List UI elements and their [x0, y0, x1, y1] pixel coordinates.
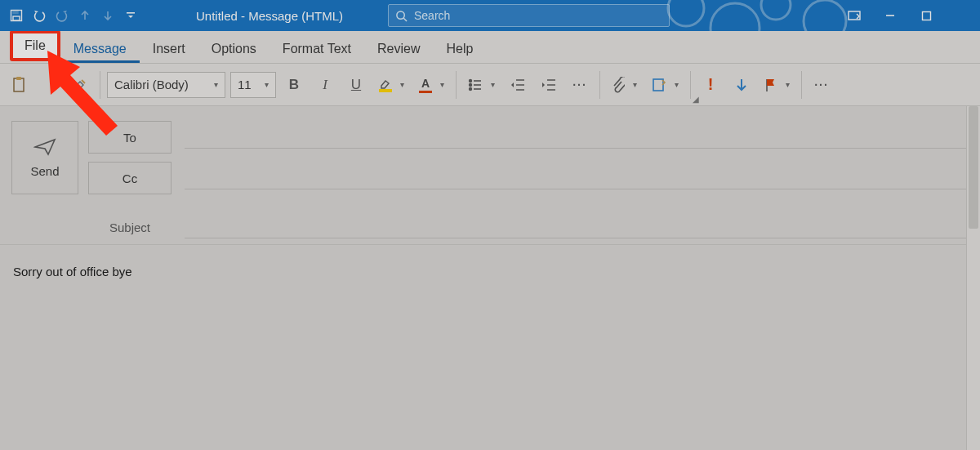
recipient-fields: To Cc Subject — [88, 121, 980, 244]
separator — [801, 71, 802, 99]
send-button[interactable]: Send — [11, 121, 78, 194]
svg-point-13 — [470, 79, 472, 82]
tab-insert[interactable]: Insert — [140, 33, 198, 63]
signature-button[interactable]: ▾ — [647, 71, 684, 99]
search-placeholder: Search — [414, 9, 450, 22]
redo-icon[interactable] — [51, 4, 74, 27]
more-formatting-button[interactable]: ··· — [567, 71, 593, 99]
svg-rect-11 — [14, 78, 24, 91]
svg-point-7 — [761, 0, 791, 20]
separator — [456, 71, 457, 99]
customize-qat-icon[interactable] — [119, 4, 142, 27]
svg-point-6 — [710, 3, 760, 31]
tab-options[interactable]: Options — [198, 33, 270, 63]
font-name-value: Calibri (Body) — [114, 78, 189, 91]
highlighter-icon — [379, 78, 392, 89]
arrow-down-icon — [735, 78, 748, 92]
follow-up-flag-button[interactable]: ▾ — [760, 71, 795, 99]
decrease-indent-button[interactable] — [505, 71, 531, 99]
next-item-icon[interactable] — [96, 4, 119, 27]
subject-input[interactable] — [185, 216, 980, 238]
chevron-down-icon: ▾ — [214, 80, 218, 89]
window-title: Untitled - Message (HTML) — [196, 0, 343, 31]
svg-rect-1 — [13, 11, 18, 14]
cc-input[interactable] — [185, 167, 980, 189]
separator — [100, 71, 100, 99]
italic-button[interactable]: I — [312, 71, 338, 99]
svg-rect-10 — [922, 11, 930, 20]
signature-icon — [652, 78, 666, 92]
subject-label: Subject — [88, 221, 172, 234]
cc-button[interactable]: Cc — [88, 162, 172, 194]
font-size-combo[interactable]: 11 ▾ — [230, 72, 276, 98]
save-icon[interactable] — [5, 4, 28, 27]
dialog-launcher-icon[interactable]: ◢ — [693, 95, 699, 104]
body-text: Sorry out of office bye — [13, 265, 132, 278]
to-input[interactable] — [185, 126, 980, 149]
font-color-button[interactable]: A ▾ — [414, 71, 449, 99]
message-body[interactable]: Sorry out of office bye — [0, 245, 980, 298]
ribbon: ▾ Calibri (Body) ▾ 11 ▾ B I U ▾ A ▾ — [0, 64, 980, 106]
scrollbar-thumb[interactable] — [969, 106, 978, 229]
highlight-color-button[interactable]: ▾ — [374, 71, 409, 99]
titlebar-decoration — [662, 0, 849, 31]
font-color-a-icon: A — [421, 77, 430, 90]
maximize-icon[interactable] — [908, 0, 944, 31]
increase-indent-button[interactable] — [536, 71, 562, 99]
paste-button[interactable] — [7, 71, 33, 99]
font-size-value: 11 — [238, 78, 252, 91]
ribbon-display-options-icon[interactable] — [836, 0, 872, 31]
window-controls: × — [836, 0, 980, 31]
bullet-list-icon — [468, 78, 483, 91]
svg-rect-2 — [13, 16, 20, 20]
flag-icon — [764, 78, 777, 92]
paste-dropdown[interactable]: ▾ — [38, 71, 62, 99]
search-icon — [395, 10, 408, 22]
svg-point-14 — [470, 83, 472, 86]
paperclip-icon — [612, 77, 625, 93]
minimize-icon[interactable] — [872, 0, 908, 31]
tab-review[interactable]: Review — [364, 33, 433, 63]
compose-header: Send To Cc Subject — [0, 106, 980, 245]
vertical-scrollbar[interactable] — [966, 106, 980, 450]
ribbon-tabs: File Message Insert Options Format Text … — [0, 31, 980, 64]
tab-message[interactable]: Message — [60, 33, 140, 63]
tab-file[interactable]: File — [10, 30, 60, 61]
font-name-combo[interactable]: Calibri (Body) ▾ — [107, 72, 225, 98]
tab-help[interactable]: Help — [434, 33, 487, 63]
chevron-down-icon: ▾ — [265, 80, 269, 89]
svg-point-15 — [470, 87, 472, 90]
send-label: Send — [30, 164, 59, 178]
undo-icon[interactable] — [28, 4, 51, 27]
format-painter-button[interactable] — [67, 71, 93, 99]
ribbon-overflow-button[interactable]: ··· — [808, 71, 835, 99]
underline-button[interactable]: U — [343, 71, 369, 99]
low-importance-button[interactable] — [728, 71, 755, 99]
svg-rect-12 — [16, 77, 21, 80]
prev-item-icon[interactable] — [74, 4, 96, 27]
send-icon — [33, 138, 56, 156]
separator — [599, 71, 600, 99]
svg-rect-3 — [127, 12, 135, 14]
quick-access-toolbar — [0, 4, 142, 27]
bullets-button[interactable]: ▾ — [463, 71, 500, 99]
separator — [690, 71, 691, 99]
title-bar: Untitled - Message (HTML) Search × — [0, 0, 980, 31]
tab-format-text[interactable]: Format Text — [270, 33, 364, 63]
high-importance-button[interactable]: ! — [697, 71, 724, 99]
bold-button[interactable]: B — [281, 71, 307, 99]
search-box[interactable]: Search — [388, 4, 670, 27]
to-button[interactable]: To — [88, 121, 172, 154]
svg-rect-16 — [653, 79, 663, 91]
svg-point-5 — [668, 0, 704, 26]
attach-file-button[interactable]: ▾ — [607, 71, 642, 99]
svg-point-4 — [397, 11, 404, 18]
